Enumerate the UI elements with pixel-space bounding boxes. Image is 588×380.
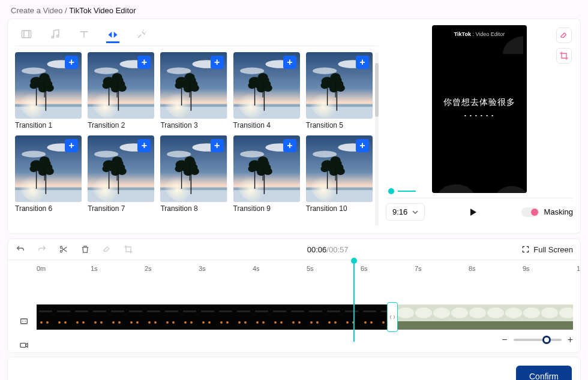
svg-rect-6 <box>20 343 26 348</box>
playhead[interactable] <box>353 260 355 342</box>
transition-label: Transition 2 <box>88 121 154 129</box>
zoom-in-icon[interactable]: + <box>568 334 573 345</box>
add-transition-button[interactable]: + <box>211 56 224 69</box>
text-tab-icon[interactable] <box>77 28 91 41</box>
transition-thumb[interactable]: + <box>15 135 82 202</box>
breadcrumb: Create a Video / TikTok Video Editor <box>0 0 588 19</box>
delete-icon[interactable] <box>80 244 91 255</box>
ruler-tick: 7s <box>415 265 469 278</box>
transition-item: +Transition 4 <box>233 52 300 129</box>
preview-panel: TikTok : Video Editor 你曾想去体验很多 • • • • •… <box>386 25 573 226</box>
transition-thumb[interactable]: + <box>233 135 300 202</box>
ruler-tick: 2s <box>145 265 199 278</box>
add-transition-button[interactable]: + <box>65 56 78 69</box>
preview-scrubber[interactable] <box>388 188 416 194</box>
transition-item: +Transition 9 <box>233 135 300 213</box>
redo-icon[interactable] <box>37 244 47 255</box>
add-transition-button[interactable]: + <box>356 56 369 69</box>
add-transition-button[interactable]: + <box>356 139 369 152</box>
timeline-zoom: − + <box>37 330 573 345</box>
add-transition-button[interactable]: + <box>65 139 78 152</box>
svg-point-4 <box>60 251 62 252</box>
video-tab-icon[interactable] <box>20 28 33 41</box>
transition-item: +Transition 7 <box>88 135 154 213</box>
transition-label: Transition 1 <box>15 121 82 129</box>
preview-tools <box>556 28 572 64</box>
breadcrumb-parent[interactable]: Create a Video <box>11 6 63 15</box>
confirm-bar: Confirm <box>7 357 581 380</box>
transition-tab-icon[interactable] <box>106 30 119 43</box>
svg-rect-0 <box>22 31 31 38</box>
add-transition-button[interactable]: + <box>137 56 151 69</box>
transition-thumb[interactable]: + <box>15 52 82 119</box>
transition-thumb[interactable]: + <box>160 135 227 202</box>
transition-thumb[interactable]: + <box>88 52 154 119</box>
transition-label: Transition 9 <box>233 204 300 213</box>
video-track[interactable] <box>37 304 573 330</box>
timeline-tracks: Text − + <box>15 304 573 345</box>
transition-label: Transition 5 <box>306 121 373 129</box>
asset-tabbar <box>15 25 379 46</box>
masking-toggle: Masking <box>521 207 573 217</box>
svg-rect-5 <box>21 319 28 324</box>
fullscreen-button[interactable]: Full Screen <box>521 245 573 254</box>
chevron-down-icon <box>412 209 418 215</box>
cut-icon[interactable] <box>58 244 69 255</box>
add-transition-button[interactable]: + <box>283 56 296 69</box>
zoom-slider[interactable] <box>514 339 562 341</box>
effects-tab-icon[interactable] <box>135 28 148 41</box>
transition-grid: +Transition 1+Transition 2+Transition 3+… <box>15 46 379 226</box>
clip-split-handle[interactable] <box>387 302 398 332</box>
preview-dots: • • • • • • <box>464 113 494 118</box>
ruler-tick: 1 <box>577 265 588 278</box>
captions-track-icon[interactable] <box>15 315 33 327</box>
transition-thumb[interactable]: + <box>306 52 373 119</box>
time-ruler[interactable]: 0m1s2s3s4s5s6s7s8s9s1 <box>15 265 573 278</box>
play-button[interactable] <box>431 208 515 216</box>
add-transition-button[interactable]: + <box>137 139 151 152</box>
video-track-icon[interactable] <box>15 339 33 351</box>
preview-controls: 9:16 Masking <box>386 203 573 221</box>
transition-item: +Transition 5 <box>306 52 373 129</box>
transition-item: +Transition 1 <box>15 52 82 129</box>
transition-thumb[interactable]: + <box>160 52 227 119</box>
grid-scroll-thumb[interactable] <box>375 63 379 117</box>
preview-area: TikTok : Video Editor 你曾想去体验很多 • • • • •… <box>386 25 573 198</box>
aspect-ratio-select[interactable]: 9:16 <box>386 203 425 221</box>
ruler-tick: 3s <box>199 265 253 278</box>
transition-thumb[interactable]: + <box>233 52 300 119</box>
transition-thumb[interactable]: + <box>306 135 373 202</box>
ruler-tick: 6s <box>361 265 415 278</box>
music-tab-icon[interactable] <box>49 28 62 41</box>
asset-panel: +Transition 1+Transition 2+Transition 3+… <box>15 25 379 226</box>
grid-scrollbar[interactable] <box>375 52 379 226</box>
transition-label: Transition 10 <box>306 204 373 213</box>
transition-label: Transition 4 <box>233 121 300 129</box>
editor-main: +Transition 1+Transition 2+Transition 3+… <box>7 19 581 234</box>
crop-timeline-icon[interactable] <box>123 244 134 255</box>
breadcrumb-sep: / <box>63 6 70 15</box>
masking-switch[interactable] <box>521 207 539 217</box>
undo-icon[interactable] <box>15 244 26 255</box>
ruler-tick: 5s <box>307 265 361 278</box>
add-transition-button[interactable]: + <box>283 139 296 152</box>
transition-item: +Transition 3 <box>160 52 227 129</box>
video-clip-1[interactable] <box>37 304 397 330</box>
eraser-icon[interactable] <box>101 244 112 255</box>
crop-tool-icon[interactable] <box>556 48 572 64</box>
timeline-toolbar: 00:06/00:57 Full Screen <box>8 239 580 260</box>
preview-canvas[interactable]: TikTok : Video Editor 你曾想去体验很多 • • • • •… <box>432 25 527 193</box>
zoom-out-icon[interactable]: − <box>502 334 507 345</box>
svg-point-3 <box>60 246 62 248</box>
ruler-tick: 8s <box>469 265 523 278</box>
transition-thumb[interactable]: + <box>88 135 154 202</box>
preview-caption: 你曾想去体验很多 <box>443 97 515 108</box>
confirm-button[interactable]: Confirm <box>516 366 572 380</box>
transition-label: Transition 3 <box>160 121 227 129</box>
masking-label: Masking <box>544 207 573 216</box>
video-clip-2[interactable] <box>397 304 573 330</box>
breadcrumb-current: TikTok Video Editor <box>69 6 136 15</box>
add-transition-button[interactable]: + <box>211 139 224 152</box>
eraser-tool-icon[interactable] <box>556 28 572 43</box>
transition-label: Transition 6 <box>15 204 82 213</box>
